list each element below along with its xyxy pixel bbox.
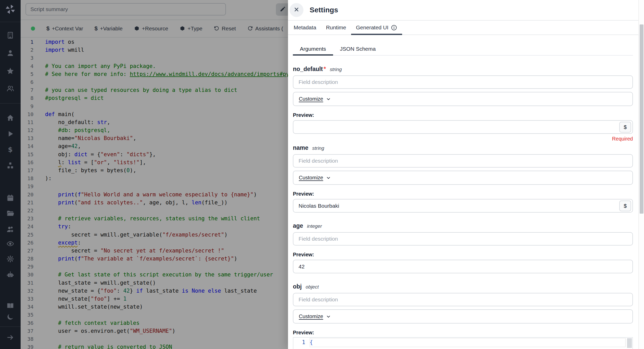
customize-label: Customize <box>299 313 323 319</box>
field-description-input[interactable] <box>293 154 633 168</box>
customize-label: Customize <box>299 175 323 181</box>
field-obj: obj object Customize Preview: 1{2 "even"… <box>293 283 633 349</box>
chevron-down-icon <box>326 96 331 102</box>
subtab-arguments[interactable]: Arguments <box>293 42 333 55</box>
line-number: 1 <box>293 338 305 347</box>
settings-drawer: Settings MetadataRuntimeGenerated UI Arg… <box>288 0 644 349</box>
customize-label: Customize <box>299 96 323 102</box>
json-preview-editor[interactable]: 1{2 "even": "dicts" <box>293 337 633 349</box>
required-asterisk: * <box>324 66 326 73</box>
tab-runtime[interactable]: Runtime <box>321 21 351 34</box>
required-message: Required <box>293 136 633 142</box>
field-name: no_default <box>293 66 323 73</box>
preview-input-name[interactable] <box>293 199 633 213</box>
tab-generated-ui[interactable]: Generated UI <box>351 21 402 34</box>
close-drawer-button[interactable] <box>290 3 303 17</box>
code-line: 2 "even": "dicts" <box>293 347 632 349</box>
field-name: age <box>293 222 303 229</box>
generated-ui-subtabs: ArgumentsJSON Schema <box>293 42 633 56</box>
tab-metadata[interactable]: Metadata <box>294 21 321 34</box>
customize-toggle[interactable]: Customize <box>293 92 633 106</box>
customize-toggle[interactable]: Customize <box>293 171 633 185</box>
tab-label: Runtime <box>326 24 346 31</box>
field-description-input[interactable] <box>293 232 633 246</box>
field-description-input[interactable] <box>293 293 633 306</box>
settings-tabs: MetadataRuntimeGenerated UI <box>288 21 644 35</box>
preview-wrap <box>293 260 633 273</box>
chevron-down-icon <box>326 314 331 319</box>
line-number: 2 <box>293 347 305 349</box>
field-type: integer <box>307 223 322 229</box>
field-label-row: obj object <box>293 283 633 290</box>
drawer-dim-overlay[interactable] <box>0 0 288 349</box>
drawer-header: Settings <box>288 0 644 21</box>
drawer-title: Settings <box>310 6 338 14</box>
tab-label: Generated UI <box>356 24 388 31</box>
preview-label: Preview: <box>293 191 633 197</box>
preview-input-age[interactable] <box>293 260 633 273</box>
field-label-row: name string <box>293 144 633 151</box>
variable-picker-button[interactable]: $ <box>619 200 631 211</box>
tab-label: Metadata <box>294 24 316 31</box>
preview-label: Preview: <box>293 252 633 257</box>
field-no_default: no_default * string Customize Preview: $… <box>293 66 633 142</box>
drawer-scrollbar[interactable] <box>638 0 644 349</box>
info-icon <box>391 24 397 31</box>
code-line: 1{ <box>293 338 632 347</box>
drawer-body: ArgumentsJSON Schema no_default * string… <box>293 35 633 349</box>
field-type: object <box>306 284 319 290</box>
variable-picker-button[interactable]: $ <box>619 122 631 133</box>
subtab-json-schema[interactable]: JSON Schema <box>333 42 383 55</box>
field-description-input[interactable] <box>293 75 633 89</box>
customize-toggle[interactable]: Customize <box>293 309 633 324</box>
preview-input-no_default[interactable] <box>293 120 633 134</box>
field-type: string <box>330 67 342 72</box>
json-editor-scrollbar[interactable] <box>627 338 632 348</box>
chevron-down-icon <box>326 175 331 181</box>
preview-label: Preview: <box>293 112 633 118</box>
field-label-row: age integer <box>293 222 633 229</box>
drawer-scrollbar-thumb[interactable] <box>640 24 643 214</box>
field-name: name <box>293 144 308 151</box>
field-name: name string Customize Preview: $ <box>293 144 633 213</box>
field-age: age integer Preview: <box>293 222 633 273</box>
preview-label: Preview: <box>293 330 633 335</box>
preview-wrap: $ <box>293 199 633 213</box>
field-label-row: no_default * string <box>293 66 633 72</box>
field-type: string <box>312 145 324 151</box>
close-icon <box>293 6 300 14</box>
preview-wrap: $ <box>293 120 633 134</box>
field-name: obj <box>293 283 302 290</box>
